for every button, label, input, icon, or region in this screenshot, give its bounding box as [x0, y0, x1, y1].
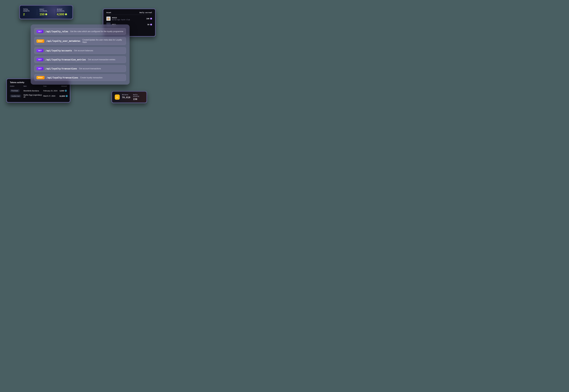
asset-id: #3523: [112, 17, 130, 19]
activity-row: Auction lost Mythic Egg (Legendary) x6 M…: [10, 93, 67, 99]
api-endpoint-row[interactable]: POST/api/loyalty/transactionsCreate loya…: [34, 74, 126, 81]
accrual-token-icon: [150, 18, 152, 20]
balance-col-balance: Balance 78,819: [122, 94, 130, 100]
http-method-pill: GET: [36, 30, 44, 33]
stat-value-text: 4,500: [57, 13, 64, 16]
stat-30day-accrual: 30-DAY ACCRUAL 4,500: [57, 8, 69, 16]
stats-panel: TOTAL ASSETS 2 DAILY ACCRUAL 150 30-DAY …: [19, 5, 73, 19]
amount-text: 3,000: [60, 90, 64, 92]
col-amount: Amount: [59, 85, 67, 87]
activity-columns: Action Item Date Amount: [10, 85, 67, 87]
action-pill: Auction lost: [10, 95, 21, 98]
api-endpoint-row[interactable]: GET/api/loyalty/accountsGet account bala…: [34, 47, 126, 54]
stat-value: 4,500: [57, 13, 69, 16]
divider: [37, 9, 37, 15]
api-path: /api/loyalty_user_metadatas: [46, 40, 80, 42]
stat-total-assets: TOTAL ASSETS 2: [23, 8, 34, 16]
http-method-pill: POST: [36, 76, 45, 79]
balance-label: Balance: [122, 94, 130, 96]
col-daily-accrual: Daily accrual: [139, 12, 152, 14]
col-action: Action: [10, 85, 24, 87]
activity-amount: 3,000: [59, 90, 67, 92]
http-method-pill: GET: [36, 49, 44, 52]
stat-value-text: 2: [23, 13, 25, 16]
amount-token-icon: [66, 95, 68, 97]
stat-label: 30-DAY ACCRUAL: [57, 8, 69, 12]
balance-value: 78,819: [122, 96, 130, 99]
token-icon: [65, 13, 67, 15]
col-date: Date: [43, 85, 59, 87]
api-endpoints-card: GET/api/loyalty_rulesGet the rules which…: [31, 25, 130, 84]
api-description: Get account transactions: [79, 68, 101, 70]
daily-accrual-value: 150: [133, 98, 144, 100]
stat-value-text: 150: [40, 13, 45, 16]
api-endpoint-row[interactable]: GET/api/loyalty_rulesGet the rules which…: [34, 28, 126, 35]
accrual-text: 50: [147, 24, 150, 26]
api-path: /api/loyalty/transactions: [45, 68, 77, 70]
asset-row[interactable]: 🐵 #3523 Bored Ape Yacht Club 100: [106, 16, 152, 21]
activity-date: February 20, 2024: [43, 90, 59, 92]
stat-label: DAILY ACCRUAL: [40, 8, 51, 12]
stat-value: 2: [23, 13, 34, 16]
activity-row: Purchase Moonbirds Bandana February 20, …: [10, 88, 67, 93]
col-item: Item: [24, 85, 43, 87]
stat-value: 150: [40, 13, 51, 16]
stat-daily-accrual: DAILY ACCRUAL 150: [40, 8, 51, 16]
stat-label: TOTAL ASSETS: [23, 8, 34, 12]
accrual-token-icon: [150, 24, 152, 26]
api-description: Get account balances: [74, 50, 93, 52]
daily-accrual-label: Daily accural: [133, 94, 144, 97]
balance-col-daily: Daily accural 150: [133, 94, 144, 100]
asset-accrual-value: 50: [147, 24, 152, 26]
activity-date: March 27, 2024: [43, 95, 59, 97]
api-endpoint-row[interactable]: GET/api/loyalty/transaction_entriesGet a…: [34, 56, 126, 63]
asset-thumbnail: 🐵: [106, 16, 111, 21]
api-path: /api/loyalty/transactions: [46, 76, 78, 79]
api-endpoint-row[interactable]: GET/api/loyalty/transactionsGet account …: [34, 65, 126, 72]
api-description: Create/Update the user meta data for Loy…: [82, 39, 124, 43]
asset-collection: Bored Ape Yacht Club: [112, 19, 130, 21]
api-description: Get account transaction entries: [88, 58, 115, 61]
action-pill: Purchase: [10, 89, 20, 92]
api-path: /api/loyalty/transaction_entries: [45, 58, 86, 61]
balance-logo-icon: ✦: [115, 95, 120, 100]
amount-token-icon: [65, 90, 67, 92]
asset-table-header: Asset Daily accrual: [106, 12, 152, 15]
balance-panel: ✦ Balance 78,819 Daily accural 150: [111, 91, 147, 103]
token-icon: [45, 13, 47, 15]
http-method-pill: POST: [36, 39, 44, 43]
activity-item: Mythic Egg (Legendary) x6: [24, 94, 43, 98]
activity-amount: 12,800: [59, 95, 68, 97]
col-asset: Asset: [106, 12, 111, 14]
activity-item: Moonbirds Bandana: [24, 90, 43, 92]
accrual-text: 100: [146, 18, 150, 20]
api-path: /api/loyalty_rules: [45, 30, 68, 33]
amount-text: 12,800: [59, 95, 65, 97]
api-description: Get the rules which are configured for t…: [70, 30, 123, 33]
http-method-pill: GET: [36, 58, 44, 61]
http-method-pill: GET: [36, 67, 44, 70]
api-description: Create loyalty transaction: [80, 77, 103, 79]
api-endpoint-row[interactable]: POST/api/loyalty_user_metadatasCreate/Up…: [34, 37, 126, 45]
asset-accrual-value: 100: [146, 18, 152, 20]
api-path: /api/loyalty/accounts: [45, 49, 72, 52]
